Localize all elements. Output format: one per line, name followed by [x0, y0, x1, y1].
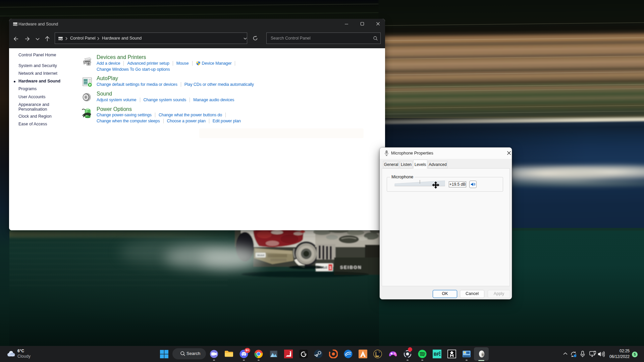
- svg-text:SEIBON: SEIBON: [340, 265, 362, 270]
- svg-text:BF: BF: [434, 352, 439, 357]
- svg-text:1: 1: [329, 265, 332, 269]
